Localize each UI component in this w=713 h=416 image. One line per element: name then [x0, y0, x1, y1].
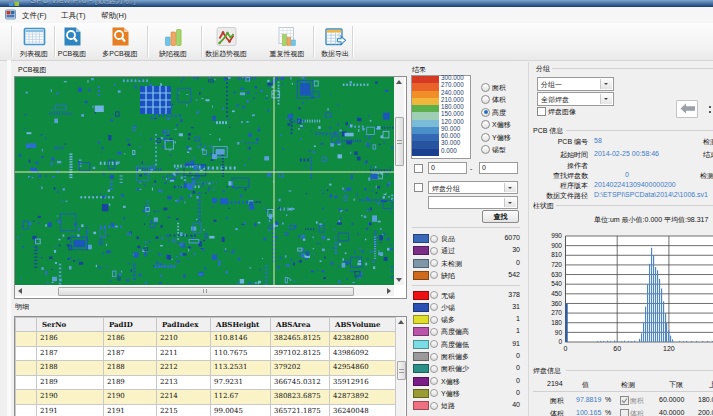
scroll-left-arrow[interactable] — [18, 288, 22, 294]
pad-image-label: 焊盘图像 — [548, 107, 576, 117]
detail-cell: 379202 — [271, 361, 330, 376]
color-scale-band — [412, 112, 439, 119]
scroll-up-arrow[interactable] — [398, 320, 404, 324]
detail-column-header[interactable]: PadIndex — [157, 318, 211, 332]
scroll-thumb[interactable] — [395, 117, 404, 166]
pad-select-dropdown[interactable]: 全部焊盘 — [537, 92, 614, 106]
detail-column-header[interactable]: ABSVolume — [330, 318, 396, 332]
group-select-dropdown[interactable]: 分组一 — [537, 77, 614, 91]
toolbar-button-3[interactable]: 多PCB视图 — [90, 25, 150, 59]
legend-radio[interactable] — [430, 247, 438, 255]
toolbar-separator — [54, 26, 56, 57]
pcb-info-label: 数据文件路径 — [480, 191, 588, 201]
detail-column-header[interactable]: ABSHeight — [211, 318, 271, 332]
color-scale-band — [412, 141, 439, 148]
detail-cell: 366745.0312 — [271, 375, 330, 390]
scroll-down-arrow[interactable] — [396, 278, 402, 282]
scroll-right-arrow[interactable] — [387, 288, 391, 294]
detail-cell: 2189 — [104, 375, 157, 390]
svg-text:540: 540 — [551, 280, 562, 287]
pcb-board-view[interactable] — [15, 77, 394, 285]
pad-info-upper: 180.0000 — [698, 396, 713, 403]
pad-info-header-line — [533, 391, 713, 392]
range-from-input[interactable]: 0 — [428, 162, 467, 174]
menu-help[interactable]: 帮助(H) — [101, 10, 126, 21]
pad-info-row-unit: % — [605, 409, 611, 416]
legend-radio[interactable] — [430, 259, 438, 267]
detail-column-header[interactable]: SerNo — [37, 318, 104, 332]
color-scale-band — [412, 105, 439, 112]
arrow-left-icon — [680, 103, 695, 114]
detail-row-header — [16, 390, 37, 405]
menu-file[interactable]: 文件(F) — [22, 10, 47, 21]
legend-label: Y偏移 — [441, 389, 460, 399]
legend-separator-top — [412, 227, 520, 228]
svg-text:270: 270 — [551, 309, 562, 316]
legend-count: 0 — [480, 389, 520, 396]
toolbar-button-4[interactable]: 缺陷视图 — [143, 25, 203, 59]
scroll-thumb[interactable] — [58, 287, 354, 296]
toolbar-separator — [147, 26, 149, 57]
detail-table-row[interactable]: 21912191221599.0045365721.187536240048 — [16, 404, 396, 416]
legend-radio[interactable] — [430, 402, 438, 410]
prev-pcb-button[interactable] — [676, 100, 698, 118]
detail-vertical-scrollbar[interactable] — [396, 317, 405, 416]
svg-text:450: 450 — [551, 290, 562, 297]
result-radio-2[interactable] — [481, 95, 490, 104]
detail-cell: 42873892 — [330, 390, 396, 405]
pad-info-checkbox[interactable] — [620, 396, 629, 405]
legend-radio[interactable] — [430, 235, 438, 243]
color-scale-band — [412, 149, 439, 156]
left-edge-strip — [7, 60, 11, 416]
detail-column-header[interactable]: PadID — [104, 318, 157, 332]
legend-radio[interactable] — [430, 328, 438, 336]
pad-image-checkbox[interactable] — [537, 107, 546, 116]
scroll-up-arrow[interactable] — [396, 80, 402, 84]
detail-table-row[interactable]: 218721872211110.7675397102.812543986092 — [16, 346, 396, 361]
color-scale-label: 300.000 — [441, 75, 469, 81]
color-scale-label: 150.000 — [441, 111, 469, 117]
legend-radio[interactable] — [430, 377, 438, 385]
pad-info-title: 焊盘信息 — [533, 366, 561, 376]
pad-group-checkbox[interactable] — [414, 183, 423, 192]
pad-info-checkbox[interactable] — [620, 409, 629, 416]
legend-radio[interactable] — [430, 316, 438, 324]
detail-cell: 42382800 — [330, 332, 396, 347]
range-filter-checkbox[interactable] — [414, 164, 423, 173]
result-radio-3[interactable] — [481, 108, 490, 117]
color-scale-label: 90.000 — [441, 126, 469, 132]
legend-radio[interactable] — [430, 291, 438, 299]
color-scale-label: 0.000 — [441, 148, 469, 154]
legend-swatch — [413, 352, 429, 361]
legend-radio[interactable] — [430, 389, 438, 397]
detail-table-row[interactable]: 219021902214112.67380823.687542873892 — [16, 390, 396, 405]
result-radio-4[interactable] — [481, 120, 490, 129]
detail-cell: 2187 — [37, 346, 104, 361]
detail-column-header[interactable]: ABSArea — [271, 318, 330, 332]
pcb-vertical-scrollbar[interactable] — [394, 77, 404, 285]
legend-label: 面积偏少 — [441, 364, 469, 374]
svg-text:720: 720 — [551, 261, 562, 268]
result-radio-1[interactable] — [481, 83, 490, 92]
legend-radio[interactable] — [430, 303, 438, 311]
menu-tools[interactable]: 工具(T) — [61, 10, 86, 21]
legend-count: 0 — [480, 377, 520, 384]
svg-text:180: 180 — [551, 319, 562, 326]
legend-swatch — [413, 364, 429, 373]
detail-table-row[interactable]: 218821882212113.253137920242954860 — [16, 361, 396, 376]
legend-swatch — [413, 315, 429, 324]
detail-table-row[interactable]: 218621862210110.8146382465.812542382800 — [16, 332, 396, 347]
legend-radio[interactable] — [430, 271, 438, 279]
legend-radio[interactable] — [430, 365, 438, 373]
scroll-thumb[interactable] — [397, 361, 406, 380]
detail-table-row[interactable]: 21892189221397.9231366745.031235912916 — [16, 375, 396, 390]
search-button[interactable]: 查找 — [482, 210, 519, 223]
detail-cell: 43986092 — [330, 346, 396, 361]
legend-radio[interactable] — [430, 340, 438, 348]
pcb-info-right-label: 检测状态 — [703, 137, 713, 147]
legend-swatch — [413, 377, 429, 386]
toolbar-button-5[interactable]: 数据趋势视图 — [196, 25, 256, 59]
legend-radio[interactable] — [430, 353, 438, 361]
data-export-icon — [324, 25, 347, 48]
pcb-horizontal-scrollbar[interactable] — [15, 286, 394, 296]
